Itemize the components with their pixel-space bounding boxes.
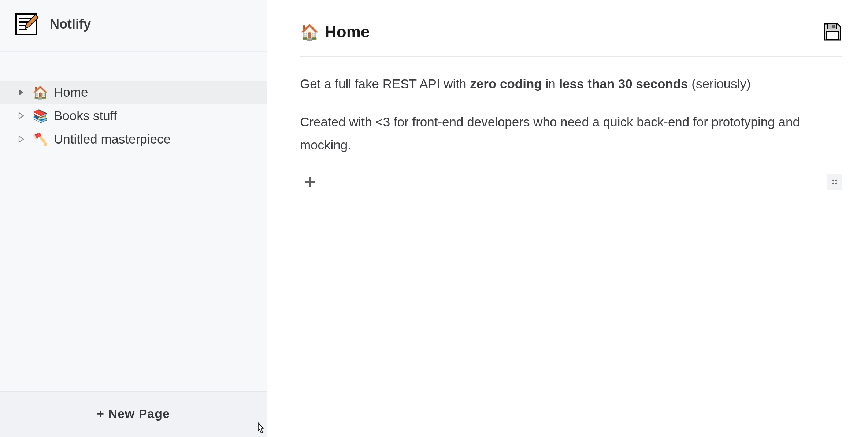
drag-handle-icon[interactable] (827, 174, 842, 190)
svg-rect-10 (827, 24, 836, 29)
chevron-right-icon[interactable] (16, 88, 26, 97)
chevron-right-icon[interactable] (16, 111, 26, 121)
text-segment: in (542, 77, 559, 91)
svg-point-15 (832, 180, 834, 181)
paragraph-block[interactable]: Created with <3 for front-end developers… (300, 111, 842, 156)
main-content: 🏠 Home Get a full fake REST API with zer… (267, 0, 868, 437)
page-title-wrap: 🏠 Home (300, 23, 370, 41)
save-icon[interactable] (823, 22, 842, 42)
sidebar-item-emoji: 📚 (33, 108, 47, 123)
text-segment: (seriously) (688, 77, 751, 91)
new-page-button[interactable]: + New Page (0, 391, 267, 437)
text-segment: less than 30 seconds (559, 77, 688, 91)
new-page-label: + New Page (97, 407, 170, 421)
sidebar-item-label: Untitled masterpiece (54, 132, 171, 147)
text-segment: Created with <3 for front-end developers… (300, 115, 800, 152)
app-logo-icon (13, 11, 40, 37)
svg-point-16 (835, 180, 837, 181)
sidebar-item-emoji: 🪓 (33, 132, 47, 147)
svg-marker-8 (19, 136, 23, 142)
content-block[interactable]: Get a full fake REST API with zero codin… (300, 73, 842, 156)
sidebar-item-label: Books stuff (54, 108, 117, 123)
app-title: Notlify (50, 16, 91, 32)
svg-marker-6 (19, 89, 23, 95)
svg-point-18 (835, 183, 837, 184)
sidebar-item-home[interactable]: 🏠Home (0, 81, 267, 104)
svg-rect-11 (832, 25, 835, 28)
sidebar-item-label: Home (54, 85, 88, 100)
sidebar: Notlify 🏠Home📚Books stuff🪓Untitled maste… (0, 0, 267, 437)
sidebar-item-books-stuff[interactable]: 📚Books stuff (0, 104, 267, 127)
chevron-right-icon[interactable] (16, 134, 26, 144)
paragraph-block[interactable]: Get a full fake REST API with zero codin… (300, 73, 842, 95)
page-title[interactable]: Home (325, 23, 370, 41)
sidebar-nav: 🏠Home📚Books stuff🪓Untitled masterpiece (0, 52, 267, 391)
page-title-emoji: 🏠 (300, 23, 319, 41)
add-block-row (300, 172, 842, 192)
page-header: 🏠 Home (300, 22, 842, 57)
sidebar-item-emoji: 🏠 (33, 85, 47, 100)
svg-point-17 (832, 183, 834, 184)
add-block-button[interactable] (300, 172, 320, 192)
text-segment: Get a full fake REST API with (300, 77, 470, 91)
svg-marker-7 (19, 113, 23, 119)
sidebar-item-untitled-masterpiece[interactable]: 🪓Untitled masterpiece (0, 127, 267, 151)
text-segment: zero coding (470, 77, 542, 91)
svg-rect-12 (827, 31, 838, 39)
sidebar-header: Notlify (0, 0, 267, 52)
